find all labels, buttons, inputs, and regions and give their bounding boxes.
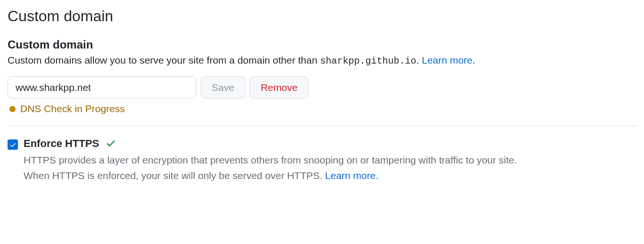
divider (8, 126, 636, 126)
domain-form-row: Save Remove (8, 76, 636, 98)
enforce-https-label: Enforce HTTPS (24, 138, 99, 150)
enforce-desc-line1: HTTPS provides a layer of encryption tha… (24, 155, 517, 165)
enforce-https-checkbox[interactable] (8, 139, 18, 150)
checkmark-icon (106, 138, 116, 149)
dns-status-text: DNS Check in Progress (20, 103, 125, 114)
remove-button[interactable]: Remove (250, 76, 308, 98)
dns-status-row: DNS Check in Progress (9, 103, 636, 114)
enforce-punct: . (376, 170, 379, 181)
dot-fill-icon (9, 106, 16, 112)
default-domain-code: sharkpp.github.io (320, 56, 416, 66)
desc-suffix: . (416, 55, 422, 65)
custom-domain-description: Custom domains allow you to serve your s… (8, 53, 636, 68)
enforce-https-row: Enforce HTTPS HTTPS provides a layer of … (8, 138, 636, 183)
desc-prefix: Custom domains allow you to serve your s… (8, 55, 320, 65)
enforce-content: Enforce HTTPS HTTPS provides a layer of … (24, 138, 636, 183)
save-button[interactable]: Save (201, 76, 245, 98)
custom-domain-input[interactable] (8, 76, 196, 98)
enforce-https-description: HTTPS provides a layer of encryption tha… (24, 153, 636, 183)
learn-more-link[interactable]: Learn more (422, 55, 472, 65)
enforce-label-row: Enforce HTTPS (24, 138, 636, 150)
enforce-desc-line2-prefix: When HTTPS is enforced, your site will o… (24, 170, 325, 181)
section-title: Custom domain (8, 8, 636, 25)
check-icon (9, 141, 17, 148)
custom-domain-subheading: Custom domain (8, 38, 636, 51)
punct: . (472, 55, 475, 65)
enforce-learn-more-link[interactable]: Learn more (325, 170, 376, 181)
